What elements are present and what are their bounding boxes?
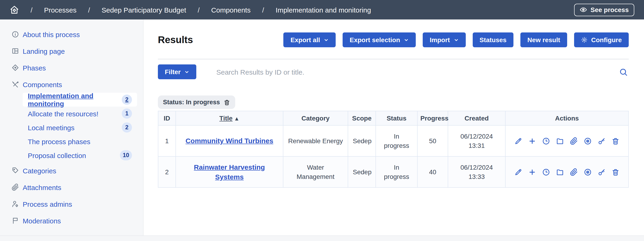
paperclip-icon: [12, 183, 19, 191]
subitem-label: The process phases: [28, 137, 90, 145]
search-icon: [619, 67, 628, 76]
info-icon: [12, 31, 19, 38]
tools-icon: [12, 81, 19, 88]
user-gear-icon: [12, 200, 19, 208]
subitem-label: Implementation and monitoring: [28, 92, 122, 108]
statuses-button[interactable]: Statuses: [472, 33, 514, 47]
components-submenu: Implementation and monitoring 2 Allocate…: [0, 93, 143, 162]
created-time: 13:33: [453, 172, 500, 181]
sidebar-subitem-local-meetings[interactable]: Local meetings 2: [23, 121, 137, 134]
attachments-icon[interactable]: [570, 137, 578, 145]
breadcrumb-components[interactable]: Components: [211, 6, 250, 14]
chevron-down-icon: [454, 37, 458, 42]
header-created: Created: [448, 111, 505, 125]
export-all-button[interactable]: Export all: [284, 33, 336, 47]
search-input[interactable]: [196, 67, 619, 76]
cell-progress: 50: [417, 125, 448, 156]
preview-icon[interactable]: [584, 168, 592, 176]
sidebar-item-moderations[interactable]: Moderations: [0, 212, 143, 229]
export-selection-label: Export selection: [350, 36, 400, 44]
created-time: 13:31: [453, 141, 500, 150]
statuses-label: Statuses: [480, 36, 506, 44]
sidebar-item-components[interactable]: Components: [0, 76, 143, 93]
see-process-button[interactable]: See process: [574, 4, 634, 16]
chevron-down-icon: [184, 69, 189, 74]
sidebar-item-phases[interactable]: Phases: [0, 59, 143, 76]
sidebar-subitem-the-process-phases[interactable]: The process phases: [23, 134, 137, 148]
sidebar-item-attachments[interactable]: Attachments: [0, 179, 143, 196]
cell-status: In progress: [376, 125, 417, 156]
count-badge: 1: [122, 108, 132, 119]
header-id: ID: [158, 111, 176, 125]
header-title-sortable[interactable]: Title▲: [176, 111, 283, 125]
topbar: / Processes / Sedep Participatory Budget…: [0, 0, 644, 20]
section-divider: [158, 59, 629, 59]
delete-trash-icon[interactable]: [612, 168, 620, 176]
count-badge: 2: [122, 122, 132, 133]
sidebar-subitem-allocate-the-resources[interactable]: Allocate the resources! 1: [23, 107, 137, 121]
configure-button[interactable]: Configure: [574, 33, 629, 47]
history-icon[interactable]: [542, 168, 550, 176]
cell-created: 06/12/2024 13:33: [448, 156, 505, 187]
breadcrumb-separator: /: [88, 6, 90, 14]
history-icon[interactable]: [542, 137, 550, 145]
result-title-link[interactable]: Community Wind Turbines: [186, 137, 273, 145]
delete-trash-icon[interactable]: [612, 137, 620, 145]
chevron-down-icon: [404, 37, 409, 42]
permissions-key-icon[interactable]: [598, 168, 606, 176]
filter-chip-status[interactable]: Status: In progress: [158, 95, 235, 109]
filter-button[interactable]: Filter: [158, 64, 196, 79]
sidebar-item-label: Components: [23, 80, 62, 88]
sidebar-item-process-admins[interactable]: Process admins: [0, 196, 143, 212]
header-status: Status: [376, 111, 417, 125]
breadcrumb-processes[interactable]: Processes: [44, 6, 76, 14]
subitem-label: Allocate the resources!: [28, 110, 98, 117]
sidebar-item-about[interactable]: About this process: [0, 26, 143, 43]
cell-id: 1: [158, 125, 176, 156]
sidebar-item-label: Moderations: [23, 217, 61, 224]
sidebar: About this process Landing page Phases: [0, 20, 144, 235]
breadcrumb-current-component[interactable]: Implementation and monitoring: [276, 6, 371, 14]
folder-icon[interactable]: [556, 168, 564, 176]
preview-icon[interactable]: [584, 137, 592, 145]
count-badge: 2: [122, 95, 132, 105]
header-category: Category: [283, 111, 348, 125]
sidebar-item-label: Categories: [23, 167, 56, 174]
attachments-icon[interactable]: [570, 168, 578, 176]
subitem-label: Local meetings: [28, 124, 74, 131]
home-link[interactable]: [10, 5, 19, 14]
result-title-link[interactable]: Rainwater Harvesting Systems: [194, 163, 265, 181]
sidebar-item-label: Attachments: [23, 183, 61, 191]
new-result-button[interactable]: New result: [520, 33, 567, 47]
cell-status: In progress: [376, 156, 417, 187]
header-scope: Scope: [348, 111, 376, 125]
see-process-label: See process: [590, 6, 629, 14]
sidebar-subitem-implementation-and-monitoring[interactable]: Implementation and monitoring 2: [23, 93, 137, 107]
add-icon[interactable]: [528, 137, 536, 145]
folder-icon[interactable]: [556, 137, 564, 145]
export-all-label: Export all: [290, 36, 320, 44]
layout-icon: [12, 47, 19, 55]
main-content: Results Export all Export selection Impo…: [144, 20, 644, 235]
phases-icon: [12, 64, 19, 71]
breadcrumb-separator: /: [30, 6, 32, 14]
edit-icon[interactable]: [514, 137, 522, 145]
flag-icon: [12, 217, 19, 224]
table-row: 1 Community Wind Turbines Renewable Ener…: [158, 125, 628, 156]
export-selection-button[interactable]: Export selection: [342, 33, 416, 47]
filter-label: Filter: [165, 68, 180, 76]
edit-icon[interactable]: [514, 168, 522, 176]
sidebar-subitem-proposal-collection[interactable]: Proposal collection 10: [23, 148, 137, 162]
search-button[interactable]: [619, 67, 628, 76]
filter-chip-label: Status: In progress: [163, 99, 220, 106]
screen: / Processes / Sedep Participatory Budget…: [0, 0, 644, 241]
remove-filter-trash-icon[interactable]: [224, 99, 230, 105]
add-icon[interactable]: [528, 168, 536, 176]
tag-icon: [12, 167, 19, 174]
breadcrumb-process-name[interactable]: Sedep Participatory Budget: [102, 6, 186, 14]
permissions-key-icon[interactable]: [598, 137, 606, 145]
cell-id: 2: [158, 156, 176, 187]
sidebar-item-categories[interactable]: Categories: [0, 162, 143, 179]
sidebar-item-landing-page[interactable]: Landing page: [0, 43, 143, 59]
import-button[interactable]: Import: [423, 33, 466, 47]
